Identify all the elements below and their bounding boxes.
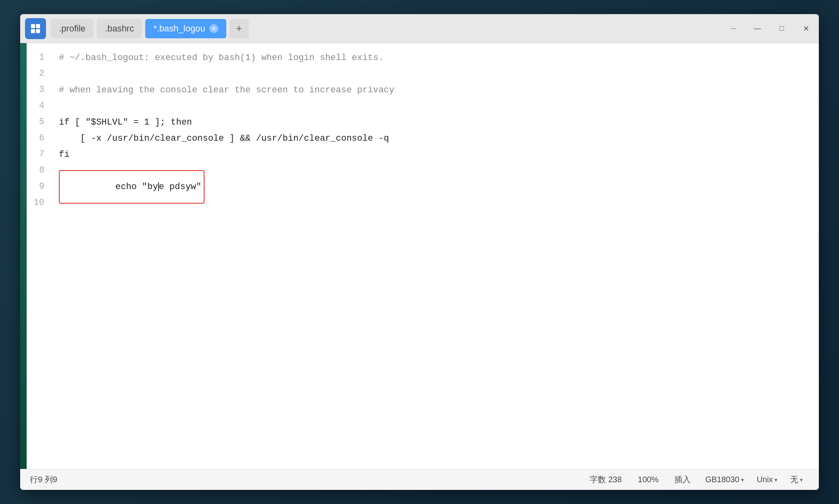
code-text-1: # ~/.bash_logout: executed by bash(1) wh… xyxy=(59,53,384,63)
code-editor[interactable]: # ~/.bash_logout: executed by bash(1) wh… xyxy=(51,43,819,469)
tab-bashrc[interactable]: .bashrc xyxy=(97,19,142,38)
status-insert: 插入 xyxy=(666,474,699,485)
position-label: 行9 列9 xyxy=(30,474,57,485)
svg-rect-3 xyxy=(36,29,40,33)
code-line-9: echo "bye pdsyw" xyxy=(59,179,819,195)
highlight-selection: echo "bye pdsyw" xyxy=(59,170,205,204)
app-logo-icon xyxy=(29,23,42,35)
code-line-1: # ~/.bash_logout: executed by bash(1) wh… xyxy=(59,50,819,66)
line-num-3: 3 xyxy=(27,82,51,98)
line-endings-label: Unix xyxy=(757,475,773,484)
new-tab-button[interactable]: + xyxy=(230,19,249,38)
minimize-button[interactable]: — xyxy=(749,21,766,37)
code-text-6: [ -x /usr/bin/clear_console ] && /usr/bi… xyxy=(59,133,389,144)
code-text-7: fi xyxy=(59,150,69,160)
syntax-dropdown[interactable]: 无 ▾ xyxy=(784,474,809,485)
syntax-chevron-icon: ▾ xyxy=(800,477,803,483)
code-line-2 xyxy=(59,66,819,82)
syntax-label: 无 xyxy=(790,474,798,485)
editor-area: 1 2 3 4 5 6 7 8 9 10 # ~/.bash_logout: e… xyxy=(20,43,819,469)
svg-rect-0 xyxy=(31,24,35,28)
more-options-button[interactable]: ··· xyxy=(725,21,741,37)
line-endings-chevron-icon: ▾ xyxy=(774,477,777,483)
code-text-5: if [ "$SHLVL" = 1 ]; then xyxy=(59,117,192,127)
titlebar: .profile .bashrc *.bash_logou ✕ + ··· — … xyxy=(20,14,819,43)
line-num-9: 9 xyxy=(27,179,51,195)
tab-close-button[interactable]: ✕ xyxy=(209,24,218,33)
status-position: 行9 列9 xyxy=(30,474,65,485)
encoding-dropdown[interactable]: GB18030 ▾ xyxy=(699,475,750,484)
insert-label: 插入 xyxy=(674,474,691,485)
zoom-label: 100% xyxy=(638,475,658,484)
line-num-1: 1 xyxy=(27,50,51,66)
line-endings-dropdown[interactable]: Unix ▾ xyxy=(750,475,784,484)
close-button[interactable]: ✕ xyxy=(798,21,814,37)
line-num-8: 8 xyxy=(27,162,51,179)
svg-rect-1 xyxy=(36,24,40,28)
tab-profile-label: .profile xyxy=(59,23,86,34)
code-line-6: [ -x /usr/bin/clear_console ] && /usr/bi… xyxy=(59,130,819,146)
left-accent xyxy=(20,43,27,469)
svg-rect-2 xyxy=(31,29,35,33)
code-text-9-after: e pdsyw" xyxy=(159,182,202,192)
tab-bashrc-label: .bashrc xyxy=(105,23,134,34)
tab-profile[interactable]: .profile xyxy=(51,19,94,38)
line-num-2: 2 xyxy=(27,66,51,82)
status-zoom: 100% xyxy=(630,475,666,484)
chars-label: 字数 238 xyxy=(590,474,622,485)
line-num-7: 7 xyxy=(27,146,51,162)
code-line-7: fi xyxy=(59,146,819,162)
main-window: .profile .bashrc *.bash_logou ✕ + ··· — … xyxy=(20,14,819,490)
code-line-4 xyxy=(59,98,819,114)
app-icon xyxy=(25,18,46,39)
maximize-button[interactable]: □ xyxy=(774,21,790,37)
window-controls: ··· — □ ✕ xyxy=(725,21,814,37)
code-line-3: # when leaving the console clear the scr… xyxy=(59,82,819,98)
code-text-3: # when leaving the console clear the scr… xyxy=(59,85,394,95)
line-num-10: 10 xyxy=(27,195,51,211)
tab-bash-logout[interactable]: *.bash_logou ✕ xyxy=(145,19,226,38)
line-num-5: 5 xyxy=(27,114,51,130)
tab-bash-logout-label: *.bash_logou xyxy=(153,23,205,34)
code-text-9-before: echo "by xyxy=(115,182,158,192)
more-icon: ··· xyxy=(730,24,736,33)
line-numbers: 1 2 3 4 5 6 7 8 9 10 xyxy=(27,43,51,469)
line-num-4: 4 xyxy=(27,98,51,114)
line-num-6: 6 xyxy=(27,130,51,146)
code-line-5: if [ "$SHLVL" = 1 ]; then xyxy=(59,114,819,130)
minimize-icon: — xyxy=(754,24,761,33)
status-chars: 字数 238 xyxy=(582,474,630,485)
maximize-icon: □ xyxy=(780,24,784,33)
close-icon: ✕ xyxy=(803,24,809,33)
encoding-label: GB18030 xyxy=(705,475,739,484)
statusbar: 行9 列9 字数 238 100% 插入 GB18030 ▾ Unix ▾ 无 … xyxy=(20,469,819,490)
encoding-chevron-icon: ▾ xyxy=(741,477,744,483)
